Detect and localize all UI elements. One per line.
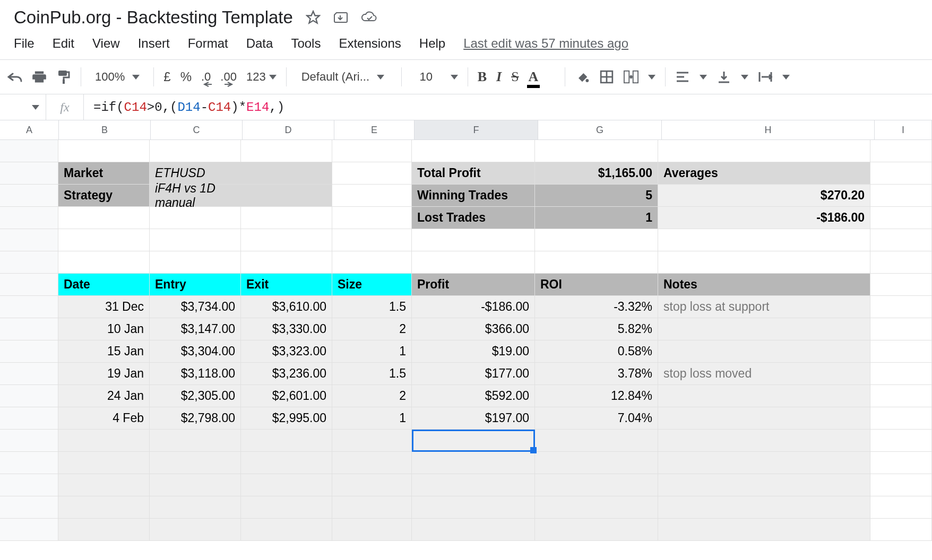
cell[interactable] (412, 519, 535, 541)
cell-profit[interactable]: $197.00 (412, 407, 535, 430)
total-profit-value[interactable]: $1,165.00 (535, 162, 658, 185)
cell-roi[interactable]: 7.04% (535, 407, 658, 430)
cell[interactable] (332, 474, 412, 496)
menu-data[interactable]: Data (246, 36, 273, 51)
cell-notes[interactable] (658, 318, 870, 340)
borders-button[interactable] (599, 69, 614, 84)
cell[interactable] (241, 185, 332, 207)
cell[interactable] (870, 318, 932, 340)
cell[interactable] (58, 229, 150, 251)
cell[interactable] (870, 229, 932, 251)
cell[interactable] (658, 251, 870, 274)
cell[interactable] (58, 496, 150, 519)
cell-size[interactable]: 2 (332, 318, 412, 340)
cell-entry[interactable]: $2,798.00 (150, 407, 241, 430)
cell-date[interactable]: 4 Feb (58, 407, 150, 430)
cell[interactable] (150, 496, 241, 519)
cell[interactable] (0, 296, 58, 318)
cell[interactable] (0, 474, 58, 496)
cell[interactable] (412, 452, 535, 474)
cell-notes[interactable]: stop loss at support (658, 296, 870, 318)
cell[interactable] (332, 251, 412, 274)
cell[interactable] (241, 140, 332, 162)
cell[interactable] (870, 519, 932, 541)
cell-notes[interactable] (658, 407, 870, 430)
cell-exit[interactable]: $3,236.00 (241, 363, 332, 385)
cell[interactable] (0, 318, 58, 340)
cell-exit[interactable]: $2,995.00 (241, 407, 332, 430)
cell-roi[interactable]: 5.82% (535, 318, 658, 340)
text-color-button[interactable]: A (529, 69, 539, 85)
cell-exit[interactable]: $3,610.00 (241, 296, 332, 318)
vertical-align-dropdown[interactable] (717, 69, 731, 84)
cell[interactable] (535, 474, 658, 496)
cell[interactable] (0, 519, 58, 541)
cell[interactable] (150, 229, 241, 251)
total-profit-label[interactable]: Total Profit (412, 162, 535, 185)
cell[interactable] (658, 474, 870, 496)
cell[interactable] (332, 229, 412, 251)
cell[interactable] (241, 207, 332, 229)
merge-cells-dropdown[interactable] (624, 69, 638, 84)
cell[interactable] (535, 229, 658, 251)
strategy-label[interactable]: Strategy (58, 185, 150, 207)
cell-roi[interactable]: 0.58% (535, 340, 658, 363)
name-box[interactable] (0, 94, 46, 120)
cell[interactable] (870, 474, 932, 496)
font-family-dropdown[interactable]: Default (Ari... (296, 70, 392, 84)
spreadsheet-grid[interactable]: Market ETHUSD Total Profit $1,165.00 Ave… (0, 140, 932, 541)
text-wrap-dropdown[interactable] (758, 69, 773, 84)
hdr-profit[interactable]: Profit (412, 274, 535, 296)
hdr-entry[interactable]: Entry (150, 274, 241, 296)
move-icon[interactable] (333, 11, 348, 24)
cell[interactable] (412, 496, 535, 519)
cell[interactable] (332, 452, 412, 474)
cell[interactable] (870, 140, 932, 162)
cell-roi[interactable]: -3.32% (535, 296, 658, 318)
winning-trades-label[interactable]: Winning Trades (412, 185, 535, 207)
col-header-F[interactable]: F (415, 120, 538, 139)
cell-entry[interactable]: $3,118.00 (150, 363, 241, 385)
document-title[interactable]: CoinPub.org - Backtesting Template (14, 7, 293, 28)
cell-entry[interactable]: $2,305.00 (150, 385, 241, 407)
fill-color-button[interactable] (575, 69, 590, 84)
print-icon[interactable] (32, 69, 47, 84)
cell[interactable] (0, 496, 58, 519)
cell[interactable] (58, 519, 150, 541)
cell-size[interactable]: 1.5 (332, 296, 412, 318)
hdr-date[interactable]: Date (58, 274, 150, 296)
cell[interactable] (0, 363, 58, 385)
col-header-B[interactable]: B (59, 120, 151, 139)
bold-button[interactable]: B (478, 69, 487, 85)
cell[interactable] (150, 519, 241, 541)
cell[interactable] (332, 519, 412, 541)
selected-cell[interactable] (412, 430, 535, 452)
cell[interactable] (150, 452, 241, 474)
cell[interactable] (870, 162, 932, 185)
cell-exit[interactable]: $3,330.00 (241, 318, 332, 340)
strikethrough-button[interactable]: S (511, 69, 519, 85)
cell-date[interactable]: 24 Jan (58, 385, 150, 407)
cell[interactable] (150, 474, 241, 496)
cell-size[interactable]: 2 (332, 385, 412, 407)
increase-decimals-button[interactable]: .00 (220, 70, 237, 84)
cell-exit[interactable]: $2,601.00 (241, 385, 332, 407)
star-icon[interactable] (306, 10, 321, 25)
cell-exit[interactable]: $3,323.00 (241, 340, 332, 363)
cell[interactable] (412, 251, 535, 274)
more-formats-dropdown[interactable]: 123 (246, 70, 277, 84)
caret-down-icon[interactable] (741, 75, 748, 80)
cell[interactable] (0, 452, 58, 474)
cell-size[interactable]: 1 (332, 407, 412, 430)
cell[interactable] (535, 452, 658, 474)
currency-button[interactable]: £ (163, 69, 170, 84)
cell[interactable] (241, 474, 332, 496)
cell[interactable] (535, 430, 658, 452)
cell[interactable] (58, 207, 150, 229)
cell-date[interactable]: 15 Jan (58, 340, 150, 363)
cell[interactable] (870, 251, 932, 274)
menu-format[interactable]: Format (188, 36, 228, 51)
caret-down-icon[interactable] (648, 75, 655, 80)
winning-avg[interactable]: $270.20 (658, 185, 870, 207)
italic-button[interactable]: I (496, 69, 502, 85)
